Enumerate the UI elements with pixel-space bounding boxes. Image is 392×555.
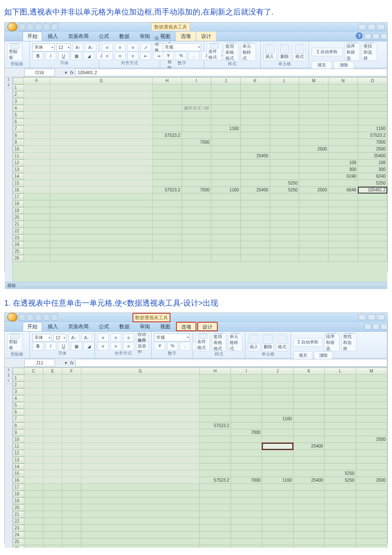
cell-G17[interactable] <box>81 484 199 491</box>
cell-F21[interactable] <box>23 221 50 228</box>
align-bot-icon[interactable]: ≡ <box>127 43 138 52</box>
autosum-button[interactable]: Σ 自动求和 <box>311 48 343 56</box>
cell-H14[interactable] <box>199 463 231 470</box>
cell-I24[interactable] <box>231 532 262 538</box>
qat-undo-icon-2[interactable] <box>27 314 34 321</box>
cell-N4[interactable] <box>329 105 358 112</box>
cell-K22[interactable] <box>293 518 324 525</box>
cell-I2[interactable] <box>231 382 262 388</box>
cell-H1[interactable] <box>199 375 231 382</box>
font-name-select[interactable]: 宋体 <box>32 43 55 52</box>
cell-E7[interactable] <box>43 416 62 422</box>
cell-F19[interactable] <box>62 497 81 504</box>
outline-bar-2[interactable]: 12+ <box>5 367 13 548</box>
cell-G13[interactable] <box>50 166 153 173</box>
cell-I16[interactable]: 7000 <box>231 477 262 484</box>
office-button[interactable] <box>7 23 17 31</box>
cell-E21[interactable] <box>43 511 62 518</box>
cell-I12[interactable] <box>182 159 211 166</box>
cell-G15[interactable] <box>50 180 153 187</box>
cell-G19[interactable] <box>81 497 199 504</box>
cell-I7[interactable] <box>182 125 211 132</box>
cell-E5[interactable] <box>43 402 62 409</box>
cell-E8[interactable] <box>43 422 62 429</box>
cell-M1[interactable] <box>299 84 329 91</box>
name-box[interactable]: O16 <box>24 69 55 76</box>
align-mid-icon[interactable]: ≡ <box>115 43 126 52</box>
cell-J17[interactable] <box>211 194 240 200</box>
cell-G10[interactable] <box>50 146 153 153</box>
cell-M11[interactable] <box>356 443 387 450</box>
cell-O11[interactable]: 25400 <box>358 153 387 159</box>
insert-button-2[interactable]: 插入 <box>248 333 260 351</box>
cell-H8[interactable]: 57523.2 <box>153 132 182 139</box>
row-header-7[interactable]: 7 <box>13 416 26 422</box>
col-header-G[interactable]: G <box>50 78 153 84</box>
qat-redo-icon-2[interactable] <box>35 314 42 321</box>
cell-C7[interactable] <box>24 416 43 422</box>
cell-K19[interactable] <box>293 497 324 504</box>
cell-L18[interactable] <box>270 200 299 207</box>
insert-cell-button[interactable]: 插入 <box>263 43 277 61</box>
cell-H5[interactable] <box>153 112 182 119</box>
cell-N2[interactable] <box>329 91 358 98</box>
cell-L21[interactable] <box>325 511 356 518</box>
cell-J13[interactable] <box>211 166 240 173</box>
cell-J6[interactable] <box>211 119 240 125</box>
cell-G14[interactable] <box>50 173 153 180</box>
cell-I13[interactable] <box>231 457 262 463</box>
cell-L26[interactable] <box>325 545 356 548</box>
row-header-2[interactable]: 2 <box>13 382 26 388</box>
cell-K6[interactable] <box>240 119 270 125</box>
cell-O2[interactable] <box>358 91 387 98</box>
cell-F9[interactable] <box>23 139 50 146</box>
cell-J20[interactable] <box>262 504 293 511</box>
cell-J24[interactable] <box>262 532 293 538</box>
cell-E25[interactable] <box>43 538 62 545</box>
cell-H24[interactable] <box>199 532 231 538</box>
cell-O12[interactable]: 108 <box>358 159 387 166</box>
cell-J8[interactable] <box>211 132 240 139</box>
cell-E19[interactable] <box>43 497 62 504</box>
qat-preview-icon-2[interactable] <box>51 314 58 321</box>
cell-O5[interactable] <box>358 112 387 119</box>
cell-H7[interactable] <box>153 125 182 132</box>
cell-M7[interactable] <box>299 125 329 132</box>
cell-L18[interactable] <box>325 491 356 497</box>
cell-N8[interactable] <box>329 132 358 139</box>
cell-K24[interactable] <box>293 532 324 538</box>
cell-L9[interactable] <box>270 139 299 146</box>
delete-button-2[interactable]: 删除 <box>262 333 274 351</box>
cell-M20[interactable] <box>356 504 387 511</box>
cell-F1[interactable] <box>62 375 81 382</box>
cell-O8[interactable]: 57523.2 <box>358 132 387 139</box>
cell-K17[interactable] <box>240 194 270 200</box>
cell-J22[interactable] <box>211 228 240 234</box>
row-header-13[interactable]: 13 <box>13 457 26 463</box>
cell-F18[interactable] <box>23 200 50 207</box>
cell-F20[interactable] <box>62 504 81 511</box>
row-header-14[interactable]: 14 <box>13 463 26 470</box>
cell-L16[interactable]: 5250 <box>325 477 356 484</box>
cell-H6[interactable] <box>153 119 182 125</box>
cell-M3[interactable] <box>299 98 329 105</box>
row-header-10[interactable]: 10 <box>13 436 26 443</box>
row-header-1[interactable]: 1 <box>13 375 26 382</box>
cell-H9[interactable] <box>153 139 182 146</box>
tab-layout[interactable]: 页面布局 <box>63 32 93 41</box>
percent-icon[interactable]: % <box>176 52 187 60</box>
cell-M13[interactable] <box>299 166 329 173</box>
cell-M16[interactable]: 2500 <box>356 477 387 484</box>
cell-C13[interactable] <box>24 457 43 463</box>
tab-home-2[interactable]: 开始 <box>23 322 42 331</box>
cell-I9[interactable]: 7000 <box>182 139 211 146</box>
cell-F16[interactable] <box>23 187 50 194</box>
tab-home[interactable]: 开始 <box>23 32 42 41</box>
cell-C8[interactable] <box>24 422 43 429</box>
autosum-button-2[interactable]: Σ 自动求和 <box>294 338 323 347</box>
cell-G13[interactable] <box>81 457 199 463</box>
cell-M12[interactable] <box>299 159 329 166</box>
merge-button-2[interactable]: 合并后居中 <box>136 342 149 350</box>
cell-F11[interactable] <box>23 153 50 159</box>
cell-G3[interactable] <box>81 388 199 395</box>
